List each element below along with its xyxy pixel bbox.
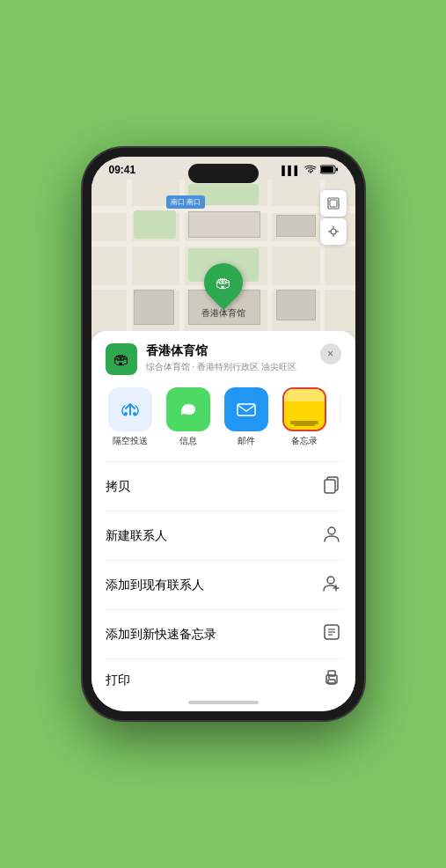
battery-icon <box>320 165 338 176</box>
print-label: 打印 <box>106 673 130 688</box>
svg-point-29 <box>328 677 330 679</box>
status-icons: ▌▌▌ <box>281 165 337 176</box>
airdrop-icon[interactable] <box>108 387 152 431</box>
svg-rect-2 <box>336 167 338 171</box>
map-location-button[interactable] <box>320 218 347 245</box>
nankou-label: 南口 南口 <box>166 195 205 209</box>
venue-icon: 🏟 <box>106 343 137 375</box>
status-bar: 09:41 ▌▌▌ <box>91 157 355 180</box>
notes-label: 备忘录 <box>291 435 318 447</box>
add-contact-label: 添加到现有联系人 <box>106 577 204 593</box>
new-contact-label: 新建联系人 <box>106 528 167 544</box>
share-item-mail[interactable]: 邮件 <box>222 387 271 447</box>
more-icon[interactable] <box>340 387 341 431</box>
svg-rect-1 <box>321 166 333 173</box>
new-contact-icon <box>322 524 341 548</box>
print-icon <box>322 668 341 692</box>
phone-screen: 09:41 ▌▌▌ <box>91 157 355 711</box>
svg-point-5 <box>331 229 336 234</box>
quick-note-label: 添加到新快速备忘录 <box>106 627 216 643</box>
bottom-sheet: 🏟 香港体育馆 综合体育馆 · 香港特别行政区 油尖旺区 × <box>91 331 355 711</box>
share-item-more[interactable]: 提 <box>338 387 341 447</box>
sheet-header: 🏟 香港体育馆 综合体育馆 · 香港特别行政区 油尖旺区 × <box>106 343 341 375</box>
map-area: 南口 南口 <box>91 180 355 331</box>
venue-desc: 综合体育馆 · 香港特别行政区 油尖旺区 <box>146 361 320 373</box>
status-time: 09:41 <box>109 164 136 176</box>
venue-info: 香港体育馆 综合体育馆 · 香港特别行政区 油尖旺区 <box>146 343 320 373</box>
mail-label: 邮件 <box>238 435 255 447</box>
signal-icon: ▌▌▌ <box>281 166 300 175</box>
copy-label: 拷贝 <box>106 479 130 495</box>
home-indicator <box>188 701 259 704</box>
action-copy[interactable]: 拷贝 <box>106 462 341 511</box>
add-contact-icon <box>322 573 341 597</box>
notes-icon[interactable] <box>282 387 326 431</box>
svg-rect-28 <box>328 680 335 684</box>
messages-icon[interactable] <box>166 387 210 431</box>
share-row: 隔空投送 信息 <box>106 387 341 447</box>
mail-icon[interactable] <box>224 387 268 431</box>
map-layers-button[interactable] <box>320 190 347 217</box>
action-new-contact[interactable]: 新建联系人 <box>106 511 341 561</box>
close-button[interactable]: × <box>320 343 341 364</box>
pin-icon: 🏟 <box>216 274 231 292</box>
action-list: 拷贝 新建联系人 <box>106 461 341 697</box>
svg-point-19 <box>327 577 334 584</box>
venue-pin: 🏟 香港体育馆 <box>201 263 245 320</box>
svg-rect-17 <box>325 480 335 493</box>
svg-rect-4 <box>330 200 337 207</box>
pin-circle: 🏟 <box>195 255 250 310</box>
messages-label: 信息 <box>179 435 197 447</box>
map-controls[interactable] <box>320 190 347 245</box>
action-add-contact[interactable]: 添加到现有联系人 <box>106 561 341 610</box>
phone-frame: 09:41 ▌▌▌ <box>83 148 364 720</box>
action-quick-note[interactable]: 添加到新快速备忘录 <box>106 610 341 659</box>
share-item-airdrop[interactable]: 隔空投送 <box>106 387 155 447</box>
airdrop-label: 隔空投送 <box>113 435 148 447</box>
copy-icon <box>322 474 341 498</box>
quick-note-icon <box>322 622 341 646</box>
dynamic-island <box>188 164 259 183</box>
share-item-notes[interactable]: 备忘录 <box>280 387 329 447</box>
venue-name: 香港体育馆 <box>146 343 320 359</box>
share-item-messages[interactable]: 信息 <box>164 387 213 447</box>
action-print[interactable]: 打印 <box>106 659 341 697</box>
wifi-icon <box>304 165 317 176</box>
svg-point-18 <box>328 527 335 534</box>
